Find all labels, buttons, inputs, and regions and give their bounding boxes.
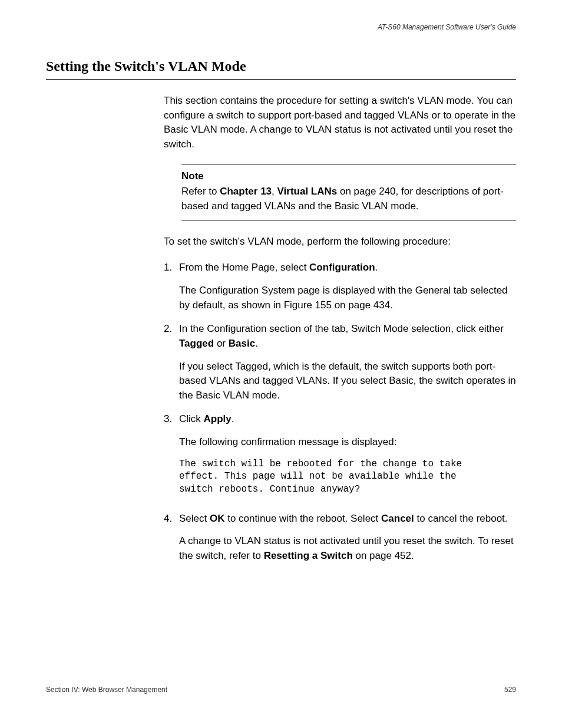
- step-text: Click Apply.: [179, 412, 516, 427]
- step-text: The Configuration System page is display…: [179, 284, 516, 312]
- note-text: ,: [272, 186, 277, 197]
- note-topic-ref: Virtual LANs: [277, 186, 338, 197]
- text-run: .: [375, 262, 378, 273]
- note-box: Note Refer to Chapter 13, Virtual LANs o…: [181, 164, 516, 220]
- step-text: From the Home Page, select Configuration…: [179, 261, 516, 275]
- confirmation-message: The switch will be rebooted for the chan…: [179, 458, 516, 496]
- text-run: .: [232, 413, 234, 424]
- step-2: 2. In the Configuration section of the t…: [164, 322, 516, 403]
- step-body: Select OK to continue with the reboot. S…: [179, 512, 516, 564]
- ui-label-basic: Basic: [229, 338, 255, 349]
- step-text: A change to VLAN status is not activated…: [179, 534, 516, 563]
- note-body: Refer to Chapter 13, Virtual LANs on pag…: [181, 185, 516, 213]
- step-text: Select OK to continue with the reboot. S…: [179, 512, 516, 526]
- text-run: Click: [179, 413, 204, 424]
- note-label: Note: [181, 169, 516, 184]
- step-3: 3. Click Apply. The following confirmati…: [164, 412, 516, 502]
- step-number: 2.: [164, 322, 179, 403]
- step-number: 4.: [164, 512, 179, 564]
- ui-label-tagged: Tagged: [179, 338, 214, 349]
- text-run: to continue with the reboot. Select: [224, 513, 381, 524]
- page-footer: Section IV: Web Browser Management 529: [46, 685, 516, 695]
- ui-label-ok: OK: [210, 513, 225, 524]
- step-1: 1. From the Home Page, select Configurat…: [164, 261, 516, 312]
- step-text: If you select Tagged, which is the defau…: [179, 360, 516, 403]
- body-content: This section contains the procedure for …: [164, 94, 516, 563]
- intro-paragraph: This section contains the procedure for …: [164, 94, 516, 152]
- text-run: or: [214, 338, 229, 349]
- ui-label-apply: Apply: [204, 413, 232, 424]
- ui-label-configuration: Configuration: [309, 262, 375, 273]
- step-body: From the Home Page, select Configuration…: [179, 261, 516, 312]
- text-run: on page 452.: [353, 550, 414, 561]
- text-run: to cancel the reboot.: [414, 513, 508, 524]
- footer-section-label: Section IV: Web Browser Management: [46, 685, 167, 695]
- ui-label-cancel: Cancel: [381, 513, 414, 524]
- step-text: In the Configuration section of the tab,…: [179, 322, 516, 351]
- text-run: From the Home Page, select: [179, 262, 309, 273]
- step-body: Click Apply. The following confirmation …: [179, 412, 516, 502]
- cross-ref-resetting-switch: Resetting a Switch: [264, 550, 353, 561]
- text-run: .: [255, 338, 258, 349]
- step-number: 1.: [164, 261, 179, 312]
- running-header: AT-S60 Management Software User's Guide: [46, 22, 516, 32]
- text-run: Select: [179, 513, 210, 524]
- note-chapter-ref: Chapter 13: [220, 186, 272, 197]
- section-title: Setting the Switch's VLAN Mode: [46, 56, 516, 80]
- step-body: In the Configuration section of the tab,…: [179, 322, 516, 403]
- note-text: Refer to: [181, 186, 220, 197]
- footer-page-number: 529: [504, 685, 516, 695]
- procedure-steps: 1. From the Home Page, select Configurat…: [164, 261, 516, 563]
- step-text: The following confirmation message is di…: [179, 435, 516, 450]
- text-run: In the Configuration section of the tab,…: [179, 323, 504, 334]
- procedure-lead-in: To set the switch's VLAN mode, perform t…: [164, 235, 516, 249]
- step-4: 4. Select OK to continue with the reboot…: [164, 512, 516, 564]
- step-number: 3.: [164, 412, 179, 502]
